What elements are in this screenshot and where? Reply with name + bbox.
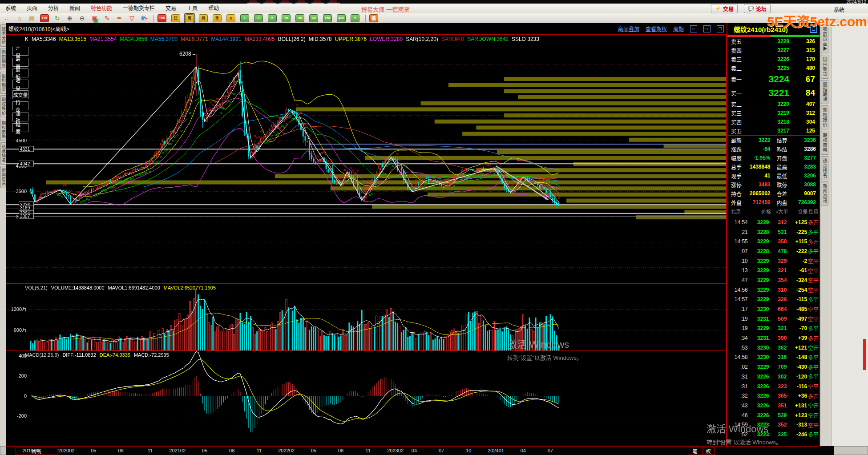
right-tab-期权策略[interactable]: 期权策略	[821, 131, 828, 155]
period-button-2hr[interactable]: 2hr	[323, 14, 332, 22]
tick-type: 多平	[807, 431, 820, 438]
link-周期[interactable]: 周期	[673, 25, 684, 32]
tick-type: 空平	[807, 267, 820, 274]
period-button-60[interactable]: 60	[309, 14, 318, 22]
period-button-月[interactable]: 月	[199, 14, 208, 22]
book-row[interactable]: 买四3218304	[727, 117, 820, 126]
book-price: 3225	[751, 65, 789, 71]
chart-field-button-涨跌[interactable]: 涨跌	[12, 113, 28, 121]
chart-field-button-幅度[interactable]: 幅度	[12, 123, 28, 132]
tick-table: 14:543229312+125多开:213228531-225多平14:553…	[727, 215, 820, 439]
report-icon[interactable]: ▤	[28, 14, 36, 22]
chart-field-button-最低[interactable]: 最低	[12, 68, 28, 77]
x-axis-label: 202302	[387, 448, 404, 453]
chart-field-button-持仓[interactable]: 持仓	[12, 101, 28, 110]
period-button-5[interactable]: 5	[268, 14, 277, 22]
period-button-周[interactable]: 周	[185, 14, 194, 22]
x-axis-label: 08	[229, 448, 234, 453]
book-row[interactable]: 卖一322467	[727, 72, 820, 86]
tick-volume: 321	[769, 325, 787, 331]
f10-icon[interactable]: F10	[40, 14, 49, 22]
stat-value: 3277	[793, 155, 820, 161]
tick-time: :46	[727, 412, 748, 419]
menu-item-新闻[interactable]: 新闻	[64, 4, 85, 13]
right-tab-股指期货[interactable]: 股指期货	[821, 80, 828, 104]
book-row[interactable]: 卖三3226170	[727, 55, 820, 64]
book-row[interactable]: 买一322184	[727, 86, 820, 100]
filter-icon[interactable]: ▽	[128, 14, 136, 22]
next-icon[interactable]: ⇨	[703, 25, 711, 32]
draw-panel-button[interactable]: 画	[369, 14, 378, 22]
right-tab-国内期货[interactable]: 国内期货	[821, 55, 828, 79]
period-button-日[interactable]: 日	[171, 14, 180, 22]
period-button-Tick[interactable]: Tick	[157, 14, 166, 22]
period-button-15[interactable]: 15	[282, 14, 291, 22]
right-tab-新闻资讯[interactable]: 新闻资讯	[821, 181, 828, 205]
period-button-4hr[interactable]: 4hr	[337, 14, 346, 22]
bottom-tab-权[interactable]: 权	[702, 447, 715, 455]
home-icon[interactable]: ⌂	[15, 14, 24, 22]
tick-type: 空开	[807, 344, 820, 351]
draw-pencil-icon[interactable]: ✎	[103, 14, 111, 22]
tick-price: 3226	[748, 393, 769, 399]
book-row[interactable]: 卖二3225480	[727, 64, 820, 72]
tick-oi-change: -254	[787, 287, 807, 293]
chart-field-button-收盘[interactable]: 收盘	[12, 80, 28, 89]
link-查看期权[interactable]: 查看期权	[646, 25, 667, 32]
period-button-Y[interactable]: Y	[351, 14, 359, 22]
chart-field-button-最高[interactable]: 最高	[12, 58, 28, 67]
menu-item-交易[interactable]: 交易	[160, 4, 182, 13]
tick-price: 3226	[748, 412, 769, 419]
site-watermark: 5E天资5etz.com	[767, 11, 867, 30]
tick-row: :433226351+131空开	[727, 401, 820, 411]
stat-value: 2065002	[747, 190, 771, 197]
menu-item-页面[interactable]: 页面	[21, 4, 43, 13]
overlay-icon[interactable]: ▣	[90, 14, 99, 22]
book-row[interactable]: 买三3219312	[727, 109, 820, 117]
bottom-tab-笔[interactable]: 笔	[689, 447, 701, 455]
mark-icon[interactable]: ✒	[115, 14, 124, 22]
book-row[interactable]: 卖四3227315	[727, 46, 820, 55]
back-icon[interactable]: ←	[3, 14, 11, 22]
prev-icon[interactable]: ⇦	[690, 25, 697, 32]
split-icon[interactable]: ❐	[717, 25, 724, 32]
zoom-in-icon[interactable]: ⊕	[65, 14, 74, 22]
period-button-3[interactable]: 3	[254, 14, 263, 22]
tick-row: :103229329-2空平	[727, 256, 820, 266]
menu-item-特色功能[interactable]: 特色功能	[85, 4, 117, 13]
period-button-季[interactable]: 季	[213, 14, 222, 22]
period-button-30[interactable]: 30	[295, 14, 304, 22]
right-tab-期权报价[interactable]: 期权报价	[821, 105, 828, 129]
stat-row: 外盘712456内盘726392	[727, 198, 820, 207]
zoom-out-icon[interactable]: ⊖	[78, 14, 86, 22]
stat-value: 41	[747, 173, 771, 179]
menu-item-分析[interactable]: 分析	[43, 4, 64, 13]
tick-price: 3230	[748, 354, 769, 360]
new-icon[interactable]: 新●	[140, 14, 149, 22]
tick-type: 多平	[807, 354, 820, 361]
tick-time: :13	[727, 267, 748, 274]
book-row[interactable]: 买五3217125	[727, 126, 820, 135]
refresh-icon[interactable]: ↻	[53, 14, 61, 22]
menu-item-一德期货专栏[interactable]: 一德期货专栏	[117, 4, 160, 13]
chart-field-button-开盘[interactable]: 开盘	[12, 47, 28, 56]
corner-grip-left	[0, 446, 6, 455]
chart-field-button-成交量[interactable]: 成交量	[12, 90, 28, 99]
period-button-X[interactable]: X	[226, 14, 235, 22]
menu-item-工具[interactable]: 工具	[182, 4, 203, 13]
period-button-1[interactable]: 1	[240, 14, 249, 22]
right-tab-热点排名[interactable]: 热点排名	[821, 156, 828, 180]
stat-value: 3206	[793, 173, 820, 179]
forum-button[interactable]: 💬 论坛	[744, 4, 771, 13]
tick-volume: 326	[769, 296, 787, 302]
book-row[interactable]: 卖五3228326	[727, 37, 820, 46]
stat-label: 结算	[771, 137, 793, 144]
menu-item-帮助[interactable]: 帮助	[203, 4, 224, 13]
link-商品叠加[interactable]: 商品叠加	[618, 25, 639, 32]
book-row[interactable]: 买二3220407	[727, 100, 820, 109]
chart-tab-label[interactable]: 螺纹2410(010610)<周线>	[6, 25, 69, 32]
chart-canvas[interactable]	[6, 35, 727, 446]
trade-button[interactable]: ⚡ 交易	[711, 4, 738, 13]
tick-row: :073228478-222多平	[727, 246, 820, 256]
menu-item-系统[interactable]: 系统	[0, 4, 21, 13]
